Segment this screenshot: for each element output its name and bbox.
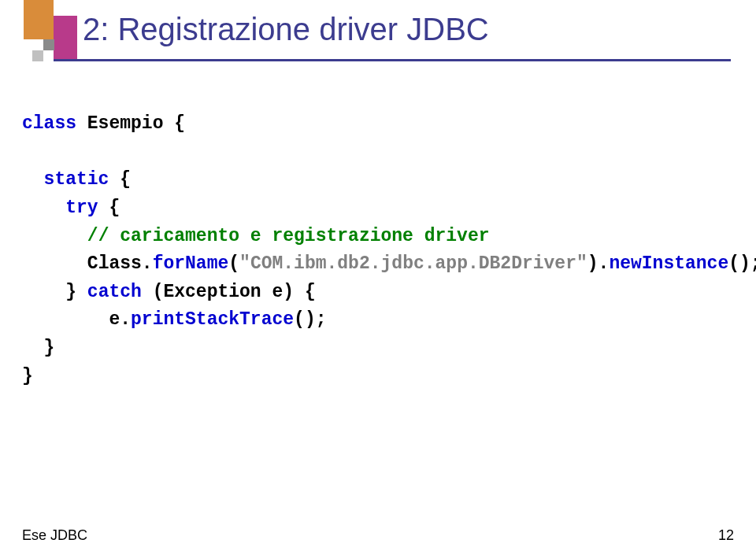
title-underline [54, 59, 731, 61]
code-string: "COM.ibm.db2.jdbc.app.DB2Driver" [239, 253, 587, 274]
code-keyword: newInstance [609, 253, 728, 274]
code-text: ). [587, 253, 610, 274]
code-keyword: class [22, 113, 76, 134]
code-keyword: static [44, 169, 109, 190]
code-comment: // caricamento e registrazione driver [87, 226, 490, 246]
code-text: (Exception e) { [142, 282, 316, 302]
code-text: { [98, 198, 120, 218]
footer-label: Ese JDBC [22, 527, 87, 544]
code-keyword: catch [87, 282, 142, 302]
code-text: } [65, 282, 87, 302]
code-block: class Esempio { static { try { // carica… [22, 110, 756, 390]
gray-square-1 [43, 39, 54, 50]
orange-block [24, 0, 54, 39]
slide-title: 2: Registrazione driver JDBC [83, 12, 489, 47]
gray-square-2 [32, 50, 43, 61]
code-keyword: try [65, 198, 98, 218]
code-text: (); [294, 309, 326, 330]
code-keyword: printStackTrace [131, 309, 294, 330]
magenta-block [54, 16, 77, 59]
code-text: { [109, 169, 131, 190]
code-text: e. [109, 309, 131, 330]
code-text: } [22, 366, 33, 386]
code-text: ( [228, 253, 239, 274]
code-text: } [44, 338, 55, 358]
code-text: Class. [87, 253, 153, 274]
code-text: Esempio { [76, 113, 185, 134]
page-number: 12 [718, 527, 734, 544]
code-text: (); [728, 253, 756, 274]
code-keyword: forName [153, 253, 229, 274]
